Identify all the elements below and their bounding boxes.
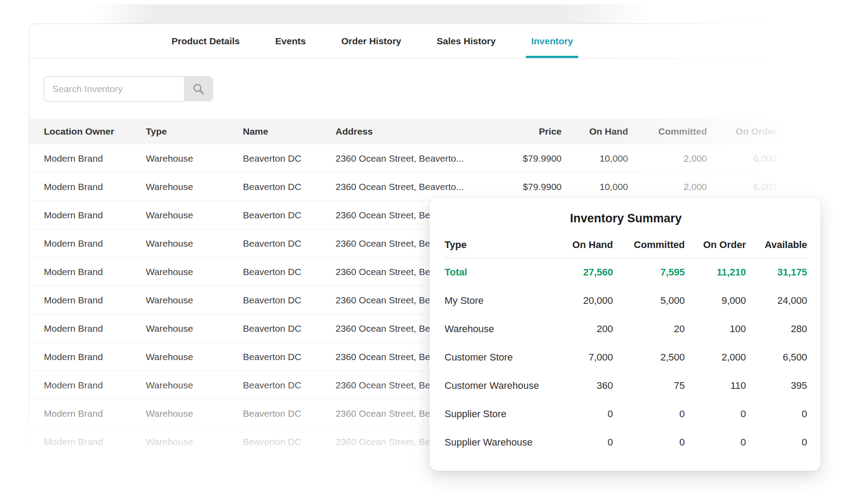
cell-location-owner: Modern Brand [44,352,146,362]
summary-cell-committed: 2,500 [613,352,685,363]
inventory-summary-title: Inventory Summary [445,209,807,227]
summary-cell-available: 24,000 [746,295,807,306]
summary-cell-on-order: 0 [685,437,746,448]
summary-cell-on-hand: 360 [547,380,613,392]
summary-cell-on-order: 2,000 [685,352,746,363]
cell-type: Warehouse [146,408,243,419]
summary-column-header-available: Available [746,239,807,251]
summary-row-customer-warehouse: Customer Warehouse36075110395 [445,372,807,400]
search-section [29,58,777,119]
cell-name: Beaverton DC [243,210,336,221]
cell-name: Beaverton DC [243,323,336,334]
cell-location-owner: Modern Brand [44,408,146,419]
tab-inventory[interactable]: Inventory [531,24,573,58]
summary-row-customer-store: Customer Store7,0002,5002,0006,500 [445,343,807,372]
summary-cell-committed: 5,000 [613,295,685,306]
summary-cell-type: Supplier Warehouse [445,437,547,448]
cell-committed: 2,000 [628,153,707,164]
summary-cell-on-order: 11,210 [685,267,746,278]
summary-table-body: Total27,5607,59511,21031,175My Store20,0… [445,258,807,457]
summary-row-supplier-store: Supplier Store0000 [445,400,807,428]
summary-cell-available: 0 [746,437,807,448]
summary-cell-available: 280 [746,323,807,335]
search-button[interactable] [184,76,213,101]
cell-location-owner: Modern Brand [44,437,146,447]
cell-price: $79.9900 [495,182,562,192]
cell-location-owner: Modern Brand [44,295,146,306]
cell-type: Warehouse [146,182,243,192]
cell-type: Warehouse [146,437,243,447]
column-header-on-hand: On Hand [562,126,628,137]
cell-name: Beaverton DC [243,182,336,192]
summary-cell-on-order: 0 [685,408,746,420]
summary-cell-on-hand: 20,000 [547,295,613,306]
summary-row-total: Total27,5607,59511,21031,175 [445,258,807,287]
summary-column-header-on-order: On Order [685,239,746,251]
summary-cell-available: 31,175 [746,267,807,278]
cell-name: Beaverton DC [243,352,336,362]
summary-column-header-committed: Committed [613,239,685,251]
search-box [44,76,213,101]
table-row[interactable]: Modern BrandWarehouseBeaverton DC2360 Oc… [29,144,777,173]
cell-on-order: 6,000 [707,153,777,164]
cell-type: Warehouse [146,295,243,306]
tab-order-history[interactable]: Order History [341,24,401,58]
cell-name: Beaverton DC [243,267,336,277]
column-header-address: Address [336,126,495,137]
tab-product-details[interactable]: Product Details [172,24,240,58]
table-row[interactable]: Modern BrandWarehouseBeaverton DC2360 Oc… [29,173,777,201]
summary-cell-on-hand: 7,000 [547,352,613,363]
column-header-price: Price [495,126,562,137]
summary-cell-type: Total [445,267,547,278]
column-header-location-owner: Location Owner [44,126,146,137]
cell-on-order: 6,000 [707,182,777,192]
summary-cell-available: 0 [746,408,807,420]
summary-cell-committed: 20 [613,323,685,335]
cell-location-owner: Modern Brand [44,153,146,164]
cell-type: Warehouse [146,153,243,164]
tab-events[interactable]: Events [275,24,306,58]
cell-price: $79.9900 [495,153,562,164]
cell-on-hand: 10,000 [562,182,628,192]
summary-cell-committed: 0 [613,437,685,448]
summary-cell-on-hand: 27,560 [547,267,613,278]
summary-column-header-type: Type [445,239,547,251]
summary-cell-type: Supplier Store [445,408,547,420]
inventory-table-header: Location OwnerTypeNameAddressPriceOn Han… [29,119,777,144]
cell-name: Beaverton DC [243,238,336,249]
summary-cell-on-order: 100 [685,323,746,335]
page: Product DetailsEventsOrder HistorySales … [0,0,851,504]
summary-cell-on-order: 110 [685,380,746,392]
cell-name: Beaverton DC [243,153,336,164]
search-icon [192,82,205,96]
cell-location-owner: Modern Brand [44,323,146,334]
inventory-summary-popup: Inventory Summary TypeOn HandCommittedOn… [429,198,820,471]
cell-name: Beaverton DC [243,295,336,306]
column-header-type: Type [146,126,243,137]
search-input[interactable] [44,76,184,101]
column-header-committed: Committed [628,126,707,137]
summary-cell-type: Warehouse [445,323,547,335]
cell-location-owner: Modern Brand [44,380,146,391]
cell-address: 2360 Ocean Street, Beaverto... [336,153,495,164]
summary-cell-available: 395 [746,380,807,392]
cell-type: Warehouse [146,210,243,221]
cell-committed: 2,000 [628,182,707,192]
summary-cell-type: Customer Warehouse [445,380,547,392]
tab-sales-history[interactable]: Sales History [437,24,496,58]
summary-row-warehouse: Warehouse20020100280 [445,315,807,343]
cell-type: Warehouse [146,352,243,362]
summary-cell-on-hand: 0 [547,437,613,448]
summary-cell-committed: 7,595 [613,267,685,278]
cell-name: Beaverton DC [243,408,336,419]
column-header-name: Name [243,126,336,137]
summary-column-header-on-hand: On Hand [547,239,613,251]
cell-location-owner: Modern Brand [44,210,146,221]
cell-location-owner: Modern Brand [44,182,146,192]
summary-cell-committed: 0 [613,408,685,420]
background-panel [93,4,652,24]
summary-row-supplier-warehouse: Supplier Warehouse0000 [445,428,807,457]
summary-table-header: TypeOn HandCommittedOn OrderAvailable [445,232,807,258]
cell-location-owner: Modern Brand [44,267,146,277]
summary-cell-on-hand: 0 [547,408,613,420]
